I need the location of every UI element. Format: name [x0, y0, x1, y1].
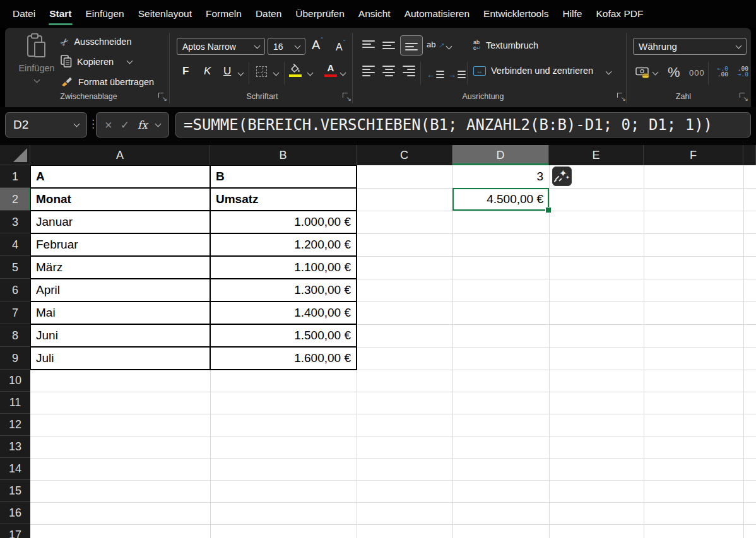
tab-start[interactable]: Start [42, 0, 78, 28]
row-header-8[interactable]: 8 [0, 324, 30, 347]
tab-automatisieren[interactable]: Automatisieren [398, 0, 476, 28]
row-header-17[interactable]: 17 [0, 524, 30, 538]
select-all-button[interactable] [0, 145, 30, 165]
percent-style-button[interactable]: % [668, 64, 680, 81]
decrease-font-button[interactable]: Aˇ [336, 39, 345, 53]
enter-button[interactable]: ✓ [121, 119, 129, 132]
alignment-dialog-launcher[interactable] [617, 93, 625, 100]
align-top-button[interactable] [361, 39, 376, 52]
cell-B3[interactable]: 1.000,00 € [210, 211, 357, 233]
row-header-4[interactable]: 4 [0, 233, 30, 256]
tab-einfügen[interactable]: Einfügen [79, 0, 131, 28]
align-bottom-button[interactable] [400, 35, 423, 56]
cell-A3[interactable]: Januar [30, 211, 210, 233]
row-header-11[interactable]: 11 [0, 392, 30, 414]
column-header-F[interactable]: F [644, 145, 743, 165]
row-header-2[interactable]: 2 [0, 188, 30, 211]
cell-A4[interactable]: Februar [30, 233, 210, 256]
cell-B1[interactable]: B [210, 165, 357, 188]
row-header-13[interactable]: 13 [0, 436, 30, 458]
column-header-B[interactable]: B [210, 145, 357, 165]
format-painter-button[interactable]: Format übertragen [61, 74, 154, 90]
cell-B7[interactable]: 1.400,00 € [210, 301, 357, 324]
tab-hilfe[interactable]: Hilfe [555, 0, 589, 28]
column-header-A[interactable]: A [30, 145, 210, 165]
column-header-E[interactable]: E [549, 145, 644, 165]
tab-formeln[interactable]: Formeln [199, 0, 249, 28]
cell-B2[interactable]: Umsatz [210, 188, 357, 211]
number-dialog-launcher[interactable] [740, 93, 747, 100]
align-center-button[interactable] [381, 64, 396, 77]
cell-D1[interactable]: 3 [452, 165, 549, 188]
cell-B4[interactable]: 1.200,00 € [210, 233, 357, 256]
cut-button[interactable]: ✂ Ausschneiden [61, 34, 132, 49]
font-size-select[interactable]: 16 [268, 38, 305, 55]
align-right-button[interactable] [401, 64, 416, 77]
cell-A8[interactable]: Juni [30, 324, 210, 347]
borders-button[interactable] [256, 66, 267, 77]
cell-B6[interactable]: 1.300,00 € [210, 279, 357, 301]
cell-A6[interactable]: April [30, 279, 210, 301]
decrease-indent-button[interactable]: ← [427, 67, 444, 82]
cancel-button[interactable]: × [105, 118, 112, 132]
orientation-chevron-icon[interactable] [446, 44, 452, 50]
row-header-15[interactable]: 15 [0, 480, 30, 502]
row-header-7[interactable]: 7 [0, 301, 30, 324]
row-header-6[interactable]: 6 [0, 279, 30, 301]
cell-B5[interactable]: 1.100,00 € [210, 256, 357, 279]
font-color-chevron-icon[interactable] [340, 70, 346, 76]
fx-chevron-icon[interactable] [155, 121, 162, 127]
fill-handle[interactable] [545, 207, 552, 213]
cell-B9[interactable]: 1.600,00 € [210, 347, 357, 370]
tab-entwicklertools[interactable]: Entwicklertools [476, 0, 555, 28]
align-left-button[interactable] [361, 64, 376, 77]
underline-button[interactable]: U [223, 65, 231, 78]
copy-button[interactable]: Kopieren [61, 54, 132, 69]
cell-A2[interactable]: Monat [30, 188, 210, 211]
formula-input[interactable]: =SUMME(BEREICH.VERSCHIEBEN(B1; ANZAHL2(B… [175, 112, 751, 137]
row-header-12[interactable]: 12 [0, 414, 30, 436]
row-header-1[interactable]: 1 [0, 165, 30, 188]
bold-button[interactable]: F [182, 65, 189, 78]
merge-center-chevron-icon[interactable] [606, 69, 612, 75]
row-header-5[interactable]: 5 [0, 256, 30, 279]
comma-style-button[interactable]: 000 [689, 68, 705, 78]
tab-kofax-pdf[interactable]: Kofax PDF [589, 0, 650, 28]
accounting-format-button[interactable] [635, 66, 658, 81]
cell-A5[interactable]: März [30, 256, 210, 279]
cell-B8[interactable]: 1.500,00 € [210, 324, 357, 347]
fill-color-button[interactable] [289, 64, 302, 78]
merge-center-button[interactable]: ↔ Verbinden und zentrieren [473, 63, 593, 78]
row-header-3[interactable]: 3 [0, 211, 30, 233]
increase-indent-button[interactable]: → [448, 67, 466, 82]
wrap-text-button[interactable]: abc↵ Textumbruch [473, 38, 538, 53]
decrease-decimal-button[interactable]: .00→.0 [733, 66, 748, 77]
italic-button[interactable]: K [204, 65, 211, 78]
tab-datei[interactable]: Datei [6, 0, 42, 28]
font-dialog-launcher[interactable] [343, 93, 350, 100]
row-header-16[interactable]: 16 [0, 502, 30, 524]
quick-analysis-button[interactable]: ✦ ✦ [552, 167, 572, 186]
tab-überprüfen[interactable]: Überprüfen [288, 0, 351, 28]
column-header-C[interactable]: C [357, 145, 452, 165]
row-header-10[interactable]: 10 [0, 370, 30, 392]
cell-A1[interactable]: A [30, 165, 210, 188]
clipboard-dialog-launcher[interactable] [158, 93, 166, 100]
font-name-select[interactable]: Aptos Narrow [177, 38, 265, 55]
number-format-select[interactable]: Währung [633, 38, 747, 55]
cell-A7[interactable]: Mai [30, 301, 210, 324]
cell-A9[interactable]: Juli [30, 347, 210, 370]
align-middle-button[interactable] [381, 39, 396, 52]
row-header-9[interactable]: 9 [0, 347, 30, 370]
fill-color-chevron-icon[interactable] [307, 70, 314, 76]
tab-seitenlayout[interactable]: Seitenlayout [131, 0, 199, 28]
tab-daten[interactable]: Daten [249, 0, 288, 28]
row-header-14[interactable]: 14 [0, 458, 30, 480]
font-color-button[interactable]: A [324, 62, 337, 78]
name-box[interactable]: D2 [5, 112, 87, 137]
underline-chevron-icon[interactable] [238, 70, 244, 76]
column-header-D[interactable]: D [452, 145, 549, 165]
orientation-button[interactable]: ab→ [427, 39, 445, 49]
insert-function-button[interactable]: fx [138, 119, 148, 131]
borders-chevron-icon[interactable] [273, 70, 280, 76]
